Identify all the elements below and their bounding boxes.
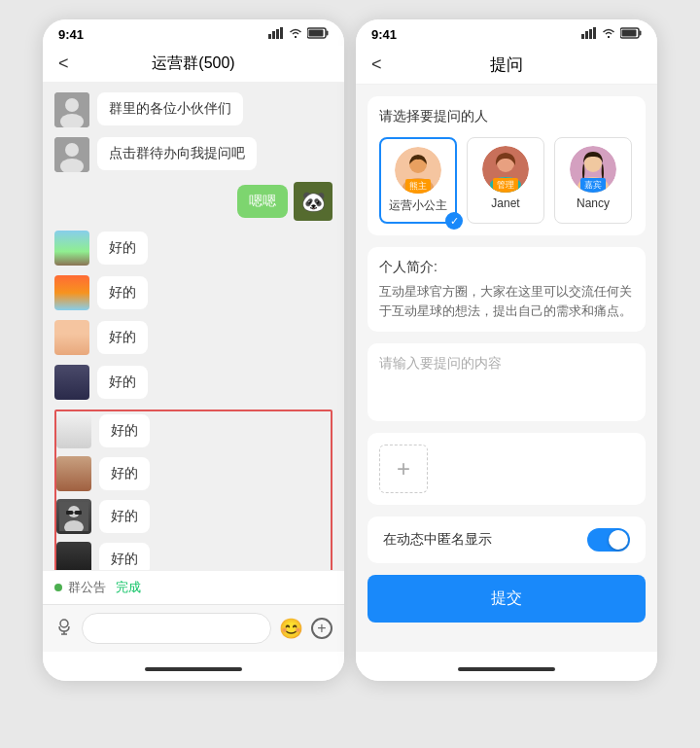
msg-bubble-4: 好的 bbox=[97, 232, 148, 265]
select-person-label: 请选择要提问的人 bbox=[379, 108, 634, 125]
person-card-1[interactable]: 熊主 运营小公主 bbox=[379, 137, 457, 224]
msg-bubble-3: 嗯嗯 bbox=[237, 185, 288, 218]
svg-rect-1 bbox=[272, 31, 275, 39]
msg-bubble-2: 点击群待办向我提问吧 bbox=[97, 137, 257, 170]
person-name-3: Nancy bbox=[577, 196, 610, 210]
time-left: 9:41 bbox=[58, 27, 84, 42]
svg-rect-6 bbox=[309, 30, 324, 37]
system-avatar-2 bbox=[54, 137, 89, 172]
message-10: 好的 bbox=[56, 499, 331, 534]
message-9: 好的 bbox=[56, 456, 331, 491]
svg-rect-0 bbox=[268, 34, 271, 39]
home-indicator-right bbox=[356, 652, 657, 681]
system-avatar-1 bbox=[54, 92, 89, 127]
avatar-6 bbox=[54, 320, 89, 355]
avatar-4 bbox=[54, 231, 89, 266]
svg-rect-27 bbox=[640, 31, 642, 36]
wifi-icon-left bbox=[288, 27, 303, 42]
person-avatar-3: 嘉宾 bbox=[570, 146, 616, 193]
message-11: 好的 bbox=[56, 542, 331, 570]
announce-done[interactable]: 完成 bbox=[116, 579, 141, 596]
mic-icon[interactable] bbox=[54, 617, 74, 641]
person-role-2: 管理 bbox=[493, 178, 518, 193]
bio-title: 个人简介: bbox=[379, 259, 634, 276]
bio-section: 个人简介: 互动星球官方圈，大家在这里可以交流任何关于互动星球的想法，提出自己的… bbox=[368, 247, 646, 332]
person-card-2[interactable]: 管理 Janet bbox=[467, 137, 544, 224]
right-phone: 9:41 bbox=[356, 19, 657, 681]
msg-bubble-8: 好的 bbox=[99, 414, 150, 447]
msg-bubble-10: 好的 bbox=[99, 500, 150, 533]
msg-bubble-1: 群里的各位小伙伴们 bbox=[97, 92, 243, 125]
svg-rect-16 bbox=[66, 511, 73, 515]
avatar-7 bbox=[54, 365, 89, 400]
battery-icon-left bbox=[307, 27, 329, 42]
svg-rect-28 bbox=[622, 30, 637, 37]
home-indicator-left bbox=[43, 652, 344, 681]
avatar-10 bbox=[56, 499, 91, 534]
msg-bubble-11: 好的 bbox=[99, 543, 150, 570]
svg-rect-5 bbox=[327, 31, 329, 36]
msg-bubble-7: 好的 bbox=[97, 366, 148, 399]
announce-text: 群公告 bbox=[68, 579, 106, 596]
battery-icon-right bbox=[620, 27, 642, 42]
announce-bar: 群公告 完成 bbox=[43, 570, 344, 604]
add-button[interactable]: + bbox=[311, 618, 332, 639]
person-selector-section: 请选择要提问的人 熊主 bbox=[368, 96, 646, 235]
status-bar-left: 9:41 bbox=[43, 19, 344, 46]
avatar-8 bbox=[56, 413, 91, 448]
avatar-11 bbox=[56, 542, 91, 570]
person-avatar-1: 熊主 bbox=[395, 147, 441, 194]
left-phone: 9:41 bbox=[43, 19, 344, 681]
chat-back-button[interactable]: < bbox=[58, 53, 69, 74]
msg-right-content: 嗯嗯 🐼 bbox=[237, 182, 332, 221]
app-container: 9:41 bbox=[0, 0, 700, 748]
chat-input-bar: 😊 + bbox=[43, 604, 344, 652]
status-bar-right: 9:41 bbox=[356, 19, 657, 46]
svg-rect-25 bbox=[593, 27, 596, 39]
wifi-icon-right bbox=[601, 27, 616, 42]
anonymous-toggle[interactable] bbox=[587, 528, 630, 552]
person-name-2: Janet bbox=[491, 196, 519, 210]
svg-point-19 bbox=[60, 620, 68, 627]
svg-point-8 bbox=[65, 98, 79, 112]
svg-point-11 bbox=[65, 143, 79, 157]
msg-bubble-5: 好的 bbox=[97, 276, 148, 309]
person-card-3[interactable]: 嘉宾 Nancy bbox=[554, 137, 632, 224]
announce-dot bbox=[54, 584, 62, 591]
submit-button[interactable]: 提交 bbox=[368, 575, 646, 623]
upload-button[interactable]: + bbox=[379, 445, 428, 493]
signal-icon-left bbox=[268, 27, 284, 42]
svg-rect-17 bbox=[75, 511, 82, 515]
home-bar-right bbox=[458, 667, 555, 671]
ask-input-section[interactable]: 请输入要提问的内容 bbox=[368, 343, 646, 421]
avatar-5 bbox=[54, 275, 89, 310]
person-role-3: 嘉宾 bbox=[580, 178, 606, 193]
message-7: 好的 bbox=[54, 365, 332, 400]
ask-body: 请选择要提问的人 熊主 bbox=[356, 85, 657, 652]
chat-input-field[interactable] bbox=[82, 613, 271, 644]
chat-header: < 运营群(500) bbox=[43, 46, 344, 83]
chat-body: 群里的各位小伙伴们 点击群待办向我提问吧 嗯嗯 🐼 bbox=[43, 83, 344, 570]
svg-rect-24 bbox=[589, 29, 592, 39]
message-4: 好的 bbox=[54, 231, 332, 266]
chat-title: 运营群(500) bbox=[152, 53, 234, 74]
message-3: 嗯嗯 🐼 bbox=[54, 182, 332, 221]
person-avatar-2: 管理 bbox=[482, 146, 529, 193]
message-8: 好的 bbox=[56, 413, 331, 448]
ask-header: < 提问 bbox=[356, 46, 657, 85]
bio-text: 互动星球官方圈，大家在这里可以交流任何关于互动星球的想法，提出自己的需求和痛点。 bbox=[379, 282, 634, 320]
msg-bubble-9: 好的 bbox=[99, 457, 150, 490]
message-2: 点击群待办向我提问吧 bbox=[54, 137, 332, 172]
ask-back-button[interactable]: < bbox=[371, 54, 382, 75]
svg-rect-3 bbox=[280, 27, 283, 39]
svg-rect-23 bbox=[585, 31, 588, 39]
person-role-1: 熊主 bbox=[405, 179, 431, 194]
emoji-icon[interactable]: 😊 bbox=[279, 617, 303, 640]
sticker: 🐼 bbox=[294, 182, 332, 221]
red-border-section: 好的 好的 bbox=[54, 410, 332, 570]
anonymous-label: 在动态中匿名显示 bbox=[383, 531, 492, 549]
svg-rect-22 bbox=[581, 34, 584, 39]
msg-bubble-6: 好的 bbox=[97, 321, 148, 354]
ask-title: 提问 bbox=[490, 53, 523, 76]
home-bar-left bbox=[145, 667, 242, 671]
